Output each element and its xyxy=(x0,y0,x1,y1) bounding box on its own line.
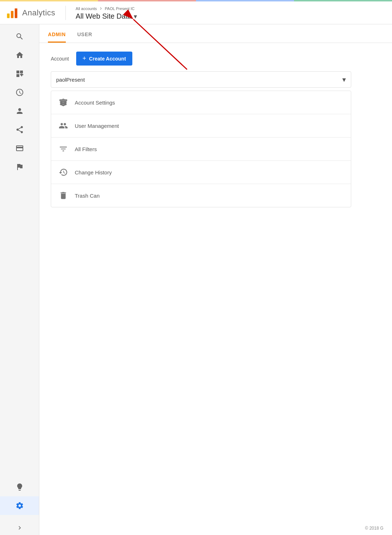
svg-rect-0 xyxy=(7,13,10,18)
lightbulb-icon xyxy=(15,483,24,491)
menu-item-user-management[interactable]: User Management xyxy=(51,114,351,138)
property-selector-label: All Web Site Data xyxy=(76,12,132,20)
top-bar: Analytics All accounts › PAOL Present IC… xyxy=(0,1,392,24)
account-header: Account + Create Account xyxy=(51,52,381,66)
sidebar-expand-button[interactable] xyxy=(0,519,39,535)
svg-rect-1 xyxy=(11,11,13,18)
create-account-button[interactable]: + Create Account xyxy=(76,52,132,66)
svg-rect-2 xyxy=(15,8,17,18)
menu-item-all-filters[interactable]: All Filters xyxy=(51,138,351,161)
sidebar-item-customization[interactable] xyxy=(0,64,39,83)
plus-icon: + xyxy=(83,55,87,62)
account-selected-value: paolPresent xyxy=(56,77,85,83)
svg-rect-6 xyxy=(64,101,67,105)
breadcrumb-separator: › xyxy=(100,5,103,11)
tab-admin[interactable]: ADMIN xyxy=(48,26,66,43)
sidebar-item-lightbulb[interactable] xyxy=(0,478,39,496)
menu-item-change-history[interactable]: Change History xyxy=(51,161,351,184)
share-icon xyxy=(15,125,24,134)
menu-item-trash-can-label: Trash Can xyxy=(75,193,99,199)
user-icon xyxy=(15,107,24,115)
sidebar-item-share[interactable] xyxy=(0,120,39,139)
clock-icon xyxy=(15,88,24,97)
create-account-button-wrapper: + Create Account xyxy=(76,52,132,66)
main-layout: ADMIN USER Account + Create Account xyxy=(0,24,392,535)
copyright-text: © 2018 G xyxy=(365,526,383,531)
building-icon xyxy=(58,97,68,107)
property-selector[interactable]: All Web Site Data ▾ xyxy=(76,12,137,20)
create-account-label: Create Account xyxy=(89,56,126,62)
home-icon xyxy=(15,51,24,59)
customization-icon xyxy=(15,69,24,78)
tab-user[interactable]: USER xyxy=(77,26,92,43)
app-name-label: Analytics xyxy=(22,8,55,18)
sidebar-bottom-items xyxy=(0,478,39,515)
sidebar-item-home[interactable] xyxy=(0,46,39,64)
svg-rect-5 xyxy=(60,101,63,105)
chevron-down-icon: ▾ xyxy=(134,13,137,20)
card-icon xyxy=(15,144,24,153)
breadcrumb: All accounts › PAOL Present IC All Web S… xyxy=(76,5,137,20)
sidebar-item-settings[interactable] xyxy=(0,496,39,515)
sidebar-item-search[interactable] xyxy=(0,27,39,46)
breadcrumb-all-accounts: All accounts xyxy=(76,6,97,11)
sidebar-item-clock[interactable] xyxy=(0,83,39,102)
account-section-label: Account xyxy=(51,56,69,62)
analytics-logo-icon xyxy=(6,6,19,19)
sidebar-item-flag[interactable] xyxy=(0,158,39,176)
admin-content: Account + Create Account xyxy=(39,43,392,535)
tabs-bar: ADMIN USER xyxy=(39,24,392,43)
account-menu-list: Account Settings User Management All Fil… xyxy=(51,91,351,207)
account-dropdown[interactable]: paolPresent ▾ xyxy=(51,71,351,88)
history-icon xyxy=(58,167,68,177)
menu-item-trash-can[interactable]: Trash Can xyxy=(51,184,351,207)
header-divider xyxy=(65,6,66,20)
breadcrumb-text: All accounts › PAOL Present IC xyxy=(76,5,137,11)
svg-rect-7 xyxy=(59,99,67,101)
breadcrumb-account: PAOL Present IC xyxy=(105,6,134,11)
top-accent-bar xyxy=(0,0,392,1)
search-icon xyxy=(15,32,24,41)
trash-icon xyxy=(58,191,68,201)
menu-item-account-settings[interactable]: Account Settings xyxy=(51,91,351,114)
chevron-right-icon xyxy=(16,524,23,531)
flag-icon xyxy=(15,163,24,171)
sidebar-item-user[interactable] xyxy=(0,102,39,120)
sidebar-item-card[interactable] xyxy=(0,139,39,158)
content-area: ADMIN USER Account + Create Account xyxy=(39,24,392,535)
settings-icon xyxy=(15,501,24,510)
menu-item-account-settings-label: Account Settings xyxy=(75,100,115,106)
menu-item-all-filters-label: All Filters xyxy=(75,146,97,152)
logo-area: Analytics xyxy=(6,6,55,19)
filter-icon xyxy=(58,144,68,154)
sidebar xyxy=(0,24,39,535)
menu-item-change-history-label: Change History xyxy=(75,169,112,175)
users-icon xyxy=(58,121,68,131)
dropdown-caret-icon: ▾ xyxy=(342,75,346,84)
menu-item-user-management-label: User Management xyxy=(75,123,119,129)
